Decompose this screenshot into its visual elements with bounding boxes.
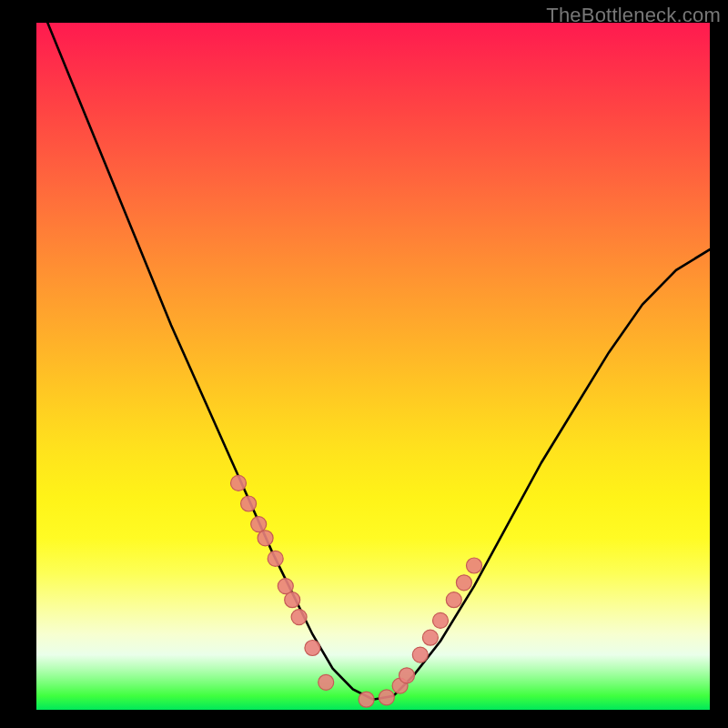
data-point	[412, 647, 428, 662]
data-point	[251, 517, 267, 532]
data-point	[285, 592, 300, 608]
data-point	[446, 592, 461, 608]
curve-layer	[36, 23, 710, 700]
bottleneck-curve	[36, 23, 710, 700]
data-point	[359, 692, 374, 707]
data-point	[268, 551, 283, 566]
data-point	[291, 610, 307, 625]
data-point	[433, 612, 449, 628]
data-point	[241, 496, 257, 511]
chart-frame: TheBottleneck.com	[0, 0, 728, 728]
watermark-text: TheBottleneck.com	[546, 4, 721, 27]
marker-layer	[231, 475, 482, 707]
data-point	[231, 475, 247, 490]
data-point	[467, 558, 482, 573]
data-point	[379, 690, 394, 705]
data-point	[278, 579, 293, 594]
chart-svg	[36, 23, 710, 710]
data-point	[258, 531, 273, 546]
data-point	[422, 630, 438, 645]
data-point	[399, 668, 415, 683]
data-point	[456, 575, 471, 591]
data-point	[318, 674, 334, 690]
plot-area	[36, 23, 710, 710]
data-point	[305, 641, 320, 656]
